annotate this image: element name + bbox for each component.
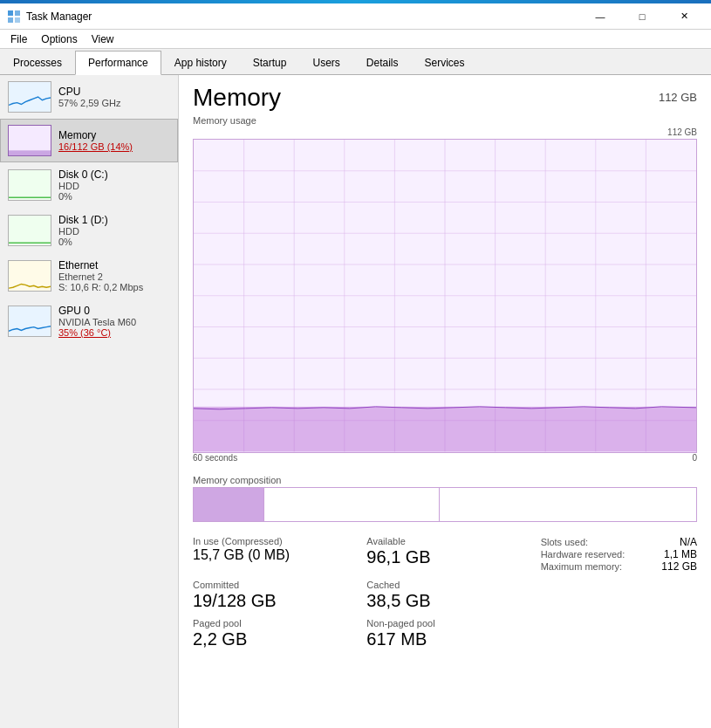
available-label: Available (366, 536, 523, 546)
svg-rect-10 (9, 306, 51, 336)
panel-header: Memory 112 GB (193, 84, 697, 112)
tab-users[interactable]: Users (299, 50, 352, 74)
gpu-title: GPU 0 (58, 305, 136, 317)
memory-usage-label: Memory usage (193, 115, 697, 126)
chart-time-right: 0 (692, 453, 697, 463)
svg-rect-6 (9, 150, 51, 155)
comp-standby (440, 488, 696, 521)
disk0-info: Disk 0 (C:) HDD 0% (58, 168, 108, 202)
memory-chart (193, 139, 697, 453)
ethernet-info: Ethernet Ethernet 2 S: 10,6 R: 0,2 Mbps (58, 259, 143, 292)
app-title: Task Manager (26, 10, 580, 23)
close-button[interactable]: ✕ (664, 3, 704, 30)
svg-rect-1 (15, 10, 20, 16)
menu-bar: File Options View (0, 30, 711, 49)
stat-available: Available 96,1 GB (366, 536, 523, 573)
sidebar-item-disk1[interactable]: Disk 1 (D:) HDD 0% (0, 208, 178, 253)
sidebar-item-gpu[interactable]: GPU 0 NVIDIA Tesla M60 35% (36 °C) (0, 299, 178, 344)
tab-bar: Processes Performance App history Startu… (0, 49, 711, 75)
disk1-thumb (8, 215, 51, 246)
sidebar: CPU 57% 2,59 GHz Memory 16/112 GB (14%) (0, 75, 179, 728)
svg-rect-29 (194, 407, 696, 452)
stat-in-use: In use (Compressed) 15,7 GB (0 MB) (193, 536, 349, 573)
gpu-line1: NVIDIA Tesla M60 (58, 317, 136, 327)
comp-in-use (194, 488, 264, 521)
disk0-title: Disk 0 (C:) (58, 168, 108, 181)
memory-title: Memory (58, 129, 133, 141)
maximum-memory-row: Maximum memory: 112 GB (541, 560, 697, 573)
non-paged-pool-label: Non-paged pool (366, 618, 523, 628)
memory-composition-section: Memory composition (193, 475, 697, 522)
gpu-line2: 35% (36 °C) (58, 327, 136, 338)
title-bar: Task Manager — □ ✕ (0, 3, 711, 30)
in-use-value: 15,7 GB (0 MB) (193, 546, 349, 563)
tab-startup[interactable]: Startup (240, 50, 300, 74)
minimize-button[interactable]: — (580, 3, 620, 30)
stat-paged-pool: Paged pool 2,2 GB (193, 618, 349, 649)
stats-grid: In use (Compressed) 15,7 GB (0 MB) Avail… (193, 536, 697, 649)
slots-label: Slots used: (541, 537, 588, 547)
memory-thumb (8, 125, 51, 156)
menu-file[interactable]: File (3, 31, 34, 47)
hardware-reserved-value: 1,1 MB (664, 548, 697, 560)
comp-available (264, 488, 441, 521)
svg-rect-3 (15, 17, 20, 23)
ethernet-thumb (8, 260, 51, 292)
ethernet-title: Ethernet (58, 259, 143, 271)
composition-bar (193, 487, 697, 522)
tab-processes[interactable]: Processes (0, 50, 75, 74)
disk0-line1: HDD (58, 181, 108, 191)
slots-row: Slots used: N/A (541, 536, 697, 548)
cached-label: Cached (366, 580, 523, 590)
gpu-info: GPU 0 NVIDIA Tesla M60 35% (36 °C) (58, 305, 136, 338)
main-content: CPU 57% 2,59 GHz Memory 16/112 GB (14%) (0, 75, 711, 728)
disk1-title: Disk 1 (D:) (58, 214, 108, 226)
svg-rect-0 (8, 10, 13, 16)
memory-info: Memory 16/112 GB (14%) (58, 129, 133, 152)
memory-usage-section: Memory usage 112 GB (193, 115, 697, 470)
sidebar-item-disk0[interactable]: Disk 0 (C:) HDD 0% (0, 162, 178, 208)
tab-app-history[interactable]: App history (161, 50, 240, 74)
memory-subtitle: 16/112 GB (14%) (58, 141, 133, 152)
cpu-title: CPU (58, 86, 121, 98)
hardware-reserved-row: Hardware reserved: 1,1 MB (541, 548, 697, 560)
svg-rect-4 (9, 82, 51, 112)
committed-value: 19/128 GB (193, 590, 349, 611)
disk1-line1: HDD (58, 226, 108, 237)
hardware-reserved-label: Hardware reserved: (541, 549, 626, 560)
disk1-info: Disk 1 (D:) HDD 0% (58, 214, 108, 247)
tab-services[interactable]: Services (412, 50, 478, 74)
sidebar-item-memory[interactable]: Memory 16/112 GB (14%) (0, 119, 178, 162)
ethernet-line1: Ethernet 2 (58, 271, 143, 282)
stat-non-paged-pool: Non-paged pool 617 MB (366, 618, 523, 649)
cpu-subtitle: 57% 2,59 GHz (58, 98, 121, 108)
maximum-memory-value: 112 GB (661, 560, 697, 573)
slots-value: N/A (680, 536, 697, 548)
paged-pool-value: 2,2 GB (193, 628, 349, 649)
tab-performance[interactable]: Performance (75, 51, 161, 75)
non-paged-pool-value: 617 MB (366, 628, 523, 649)
cpu-info: CPU 57% 2,59 GHz (58, 86, 121, 108)
menu-view[interactable]: View (85, 31, 121, 47)
committed-label: Committed (193, 580, 349, 590)
stat-cached: Cached 38,5 GB (366, 580, 523, 611)
app-icon (7, 10, 21, 24)
tab-details[interactable]: Details (353, 50, 412, 74)
gpu-thumb (8, 306, 51, 337)
window-controls: — □ ✕ (580, 3, 704, 30)
sidebar-item-cpu[interactable]: CPU 57% 2,59 GHz (0, 75, 178, 119)
disk1-line2: 0% (58, 237, 108, 247)
panel-title: Memory (193, 84, 281, 112)
maximize-button[interactable]: □ (622, 3, 662, 30)
stat-right-col: Slots used: N/A Hardware reserved: 1,1 M… (541, 536, 697, 573)
disk0-thumb (8, 169, 51, 201)
sidebar-item-ethernet[interactable]: Ethernet Ethernet 2 S: 10,6 R: 0,2 Mbps (0, 253, 178, 299)
in-use-label: In use (Compressed) (193, 536, 349, 546)
svg-rect-7 (9, 170, 51, 200)
available-value: 96,1 GB (366, 546, 523, 567)
panel-total: 112 GB (659, 84, 697, 104)
composition-label: Memory composition (193, 475, 697, 485)
menu-options[interactable]: Options (34, 31, 84, 47)
cached-value: 38,5 GB (366, 590, 523, 611)
svg-rect-8 (9, 216, 51, 245)
